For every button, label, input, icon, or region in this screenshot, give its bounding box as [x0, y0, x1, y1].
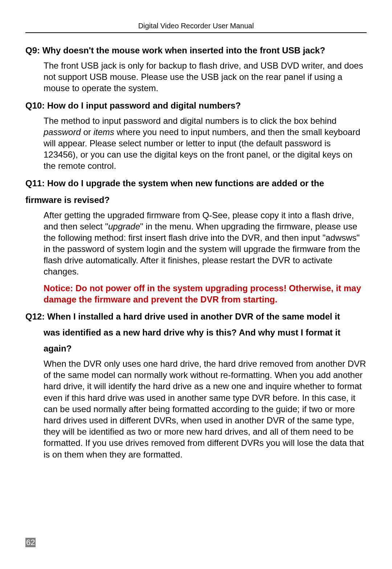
header-rule	[25, 32, 367, 33]
q12-question-line2: was identified as a new hard drive why i…	[25, 326, 367, 339]
q10-answer-mid: or	[81, 127, 94, 137]
q10-answer-pre: The method to input password and digital…	[44, 116, 336, 126]
q12-question-line3: again?	[25, 342, 367, 355]
header-title: Digital Video Recorder User Manual	[25, 22, 367, 32]
q12-question-line1: Q12: When I installed a hard drive used …	[25, 310, 367, 323]
page-number: 62	[25, 538, 36, 547]
q10-question: Q10: How do I input password and digital…	[25, 99, 367, 112]
q11-italic-upgrade: upgrade	[108, 221, 140, 231]
q9-question: Q9: Why doesn't the mouse work when inse…	[25, 44, 367, 57]
q11-notice: Notice: Do not power off in the system u…	[25, 283, 367, 305]
q11-question-line1: Q11: How do I upgrade the system when ne…	[25, 177, 367, 190]
q11-question-line2: firmware is revised?	[25, 194, 367, 207]
q9-answer: The front USB jack is only for backup to…	[25, 60, 367, 94]
q10-answer: The method to input password and digital…	[25, 115, 367, 172]
q11-answer: After getting the upgraded firmware from…	[25, 210, 367, 277]
manual-page: Digital Video Recorder User Manual Q9: W…	[0, 0, 392, 569]
q10-italic-password: password	[44, 127, 81, 137]
q12-answer: When the DVR only uses one hard drive, t…	[25, 358, 367, 460]
q10-italic-items: items	[93, 127, 114, 137]
